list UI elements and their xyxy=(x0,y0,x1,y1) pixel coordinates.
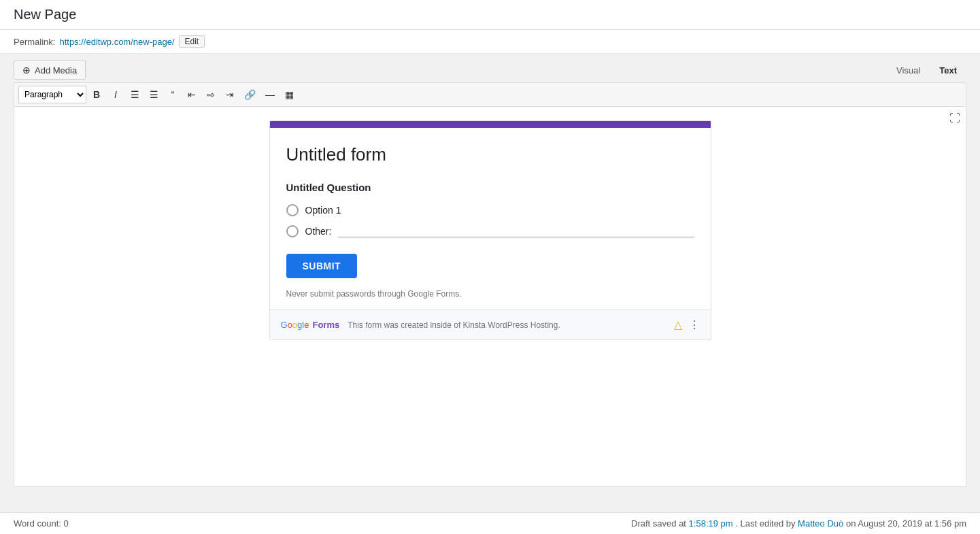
form-body: Untitled form Untitled Question Option 1… xyxy=(270,128,711,310)
form-other-input[interactable] xyxy=(338,224,694,237)
form-option-1: Option 1 xyxy=(286,204,694,216)
view-tabs: Visual Text xyxy=(887,62,966,79)
table-button[interactable]: ▦ xyxy=(280,86,298,103)
footer-icons: △ ⋮ xyxy=(674,318,700,331)
permalink-bar: Permalink: https://editwp.com/new-page/ … xyxy=(0,30,980,54)
form-radio-other[interactable] xyxy=(286,225,299,237)
google-form-embed: Untitled form Untitled Question Option 1… xyxy=(269,120,711,340)
forms-text: Forms xyxy=(312,320,339,330)
footer-created-text: This form was created inside of Kinsta W… xyxy=(348,320,665,330)
blockquote-button[interactable]: “ xyxy=(164,86,182,103)
align-right-button[interactable]: ⇥ xyxy=(221,86,239,103)
page-title-bar: New Page xyxy=(0,0,980,30)
more-options-icon[interactable]: ⋮ xyxy=(689,318,700,331)
form-footer: Google Forms This form was created insid… xyxy=(270,310,711,339)
form-radio-1[interactable] xyxy=(286,204,299,216)
form-top-bar xyxy=(270,121,711,128)
link-button[interactable]: 🔗 xyxy=(240,86,260,103)
add-media-icon: ⊕ xyxy=(22,65,31,76)
add-media-button[interactable]: ⊕ Add Media xyxy=(14,61,86,80)
google-text: Google xyxy=(281,320,309,330)
bold-button[interactable]: B xyxy=(88,86,105,103)
permalink-edit-button[interactable]: Edit xyxy=(179,35,205,48)
italic-button[interactable]: I xyxy=(107,86,124,103)
form-submit-button[interactable]: SUBMIT xyxy=(286,254,358,278)
unordered-list-button[interactable]: ☰ xyxy=(126,86,143,103)
google-forms-logo: Google Forms xyxy=(281,320,340,330)
editor-container: ⊕ Add Media Visual Text Paragraph Headin… xyxy=(0,54,980,516)
editor-area[interactable]: ⛶ Untitled form Untitled Question Option… xyxy=(14,106,966,487)
form-option-other: Other: xyxy=(286,224,694,237)
form-submit-area: SUBMIT xyxy=(286,254,694,278)
format-toolbar: Paragraph Heading 1 Heading 2 Heading 3 … xyxy=(14,82,966,106)
status-bar: Word count: 0 Draft saved at 1:58:19 pm … xyxy=(0,512,980,516)
paragraph-select[interactable]: Paragraph Heading 1 Heading 2 Heading 3 … xyxy=(18,86,86,103)
form-title: Untitled form xyxy=(286,144,694,165)
editor-top-row: ⊕ Add Media Visual Text xyxy=(14,61,966,80)
tab-visual[interactable]: Visual xyxy=(887,62,930,79)
align-center-button[interactable]: ⇨ xyxy=(202,86,220,103)
warning-icon[interactable]: △ xyxy=(674,318,682,331)
form-password-note: Never submit passwords through Google Fo… xyxy=(286,289,694,299)
ordered-list-button[interactable]: ☰ xyxy=(145,86,163,103)
permalink-label: Permalink: xyxy=(14,37,55,47)
fullscreen-icon[interactable]: ⛶ xyxy=(949,112,960,124)
form-option-1-label: Option 1 xyxy=(305,205,341,216)
form-question-title: Untitled Question xyxy=(286,182,694,193)
align-left-button[interactable]: ⇤ xyxy=(183,86,201,103)
tab-text[interactable]: Text xyxy=(930,62,966,79)
permalink-url[interactable]: https://editwp.com/new-page/ xyxy=(59,37,174,47)
page-title: New Page xyxy=(14,7,76,22)
horizontal-rule-button[interactable]: ― xyxy=(261,86,279,103)
form-option-other-label: Other: xyxy=(305,226,332,237)
